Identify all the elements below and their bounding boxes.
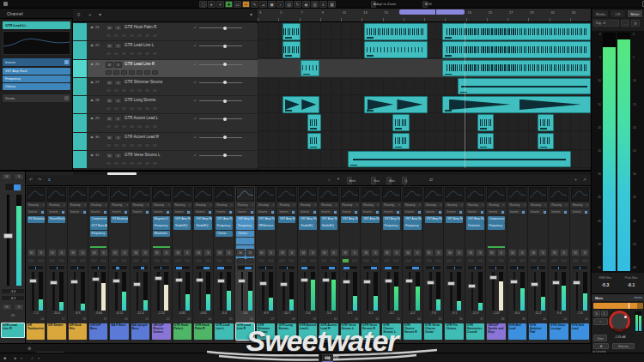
channel-level-value[interactable]: -4.2: [403, 311, 422, 315]
solo-button[interactable]: S: [497, 249, 506, 256]
insert-slot[interactable]: FX Modulator: [111, 216, 128, 223]
routing-header[interactable]: Routing▾: [487, 202, 505, 208]
solo-button[interactable]: S: [114, 62, 122, 68]
track-control-button[interactable]: [113, 33, 119, 38]
mixer-channel[interactable]: Routing▾InsertsMS-6.039SYN Bell Lead: [507, 186, 528, 345]
toolbar-tool-icon[interactable]: ≡: [319, 1, 327, 8]
track-control-button[interactable]: [106, 70, 112, 75]
pan-control[interactable]: [195, 265, 211, 270]
channel-eq-curve[interactable]: [277, 187, 295, 202]
channel-level-value[interactable]: -12.4: [131, 311, 150, 315]
channel-eq-curve[interactable]: [529, 187, 547, 202]
channel-name-label[interactable]: GROUP Bass: [89, 323, 107, 340]
track-filter-icon[interactable]: ▾: [99, 11, 101, 19]
channel-eq-curve[interactable]: [550, 187, 568, 202]
fader-handle[interactable]: [385, 279, 392, 283]
solo-button[interactable]: S: [78, 249, 87, 256]
peak-value[interactable]: -8.9: [1, 295, 25, 301]
monitor-a-button[interactable]: A: [593, 343, 609, 349]
channel-name-label[interactable]: GTR Hook Palm L: [173, 323, 191, 340]
insert-slot[interactable]: VST Amp Rack: [446, 216, 463, 223]
main-level-bar[interactable]: [593, 303, 643, 309]
volume-slider-handle[interactable]: [223, 63, 227, 66]
track-control-button[interactable]: [137, 143, 143, 148]
channel-level-value[interactable]: -6.5: [340, 311, 360, 315]
track-row[interactable]: ◀27MSGTR Shimmer Strums⊿: [73, 78, 258, 96]
channel-level-value[interactable]: -6.51: [109, 311, 129, 315]
volume-slider[interactable]: [199, 45, 242, 46]
pan-control[interactable]: [530, 265, 546, 270]
insert-slot[interactable]: VST Amp Rack: [216, 216, 233, 223]
pan-control[interactable]: [404, 265, 421, 270]
solo-button[interactable]: S: [518, 249, 526, 256]
solo-button[interactable]: S: [114, 135, 122, 141]
mute-button[interactable]: M: [90, 249, 99, 256]
track-control-button[interactable]: [152, 124, 158, 129]
insert-slot[interactable]: Distortion: [466, 223, 483, 230]
audio-event[interactable]: [392, 133, 409, 150]
insert-slot[interactable]: VST Amp Rack: [466, 216, 483, 223]
track-control-button[interactable]: [144, 124, 150, 129]
channel-level-value[interactable]: -4.2: [381, 311, 401, 315]
channel-curve-display[interactable]: [3, 31, 70, 55]
toolbar-tool-icon[interactable]: ▸: [208, 1, 216, 8]
solo-button[interactable]: S: [183, 249, 191, 256]
insert-slot[interactable]: VST Amp Rack: [258, 216, 275, 223]
main-section-header[interactable]: Mainstereo: [592, 293, 644, 301]
mute-button[interactable]: M: [278, 249, 287, 256]
track-control-button[interactable]: [121, 106, 127, 111]
inserts-header[interactable]: Inserts: [277, 209, 295, 215]
volume-slider-handle[interactable]: [223, 45, 227, 48]
audio-event[interactable]: [283, 41, 301, 58]
insert-slot[interactable]: VST Amp Rack: [194, 216, 211, 223]
listen-button[interactable]: [467, 258, 475, 263]
insert-slot[interactable]: Frequency: [236, 223, 253, 230]
fader-handle[interactable]: [280, 282, 288, 287]
inserts-header[interactable]: Inserts: [299, 209, 317, 215]
channel-eq-curve[interactable]: [487, 187, 505, 202]
mute-button[interactable]: M: [258, 249, 266, 256]
listen-button[interactable]: [27, 258, 35, 263]
mute-button[interactable]: M: [131, 249, 140, 256]
insert-slot[interactable]: VST Amp Rack: [341, 216, 358, 223]
mute-button[interactable]: M: [2, 173, 12, 180]
pan-control[interactable]: [509, 265, 526, 270]
edit-channel-button[interactable]: [267, 258, 275, 263]
volume-slider-handle[interactable]: [223, 27, 227, 30]
channel-eq-curve[interactable]: [424, 187, 442, 202]
edit-channel-button[interactable]: [497, 258, 505, 263]
fader-handle[interactable]: [447, 281, 455, 286]
undo-icon[interactable]: ↶: [29, 177, 33, 182]
audio-event[interactable]: [364, 96, 428, 113]
inserts-header[interactable]: Inserts: [466, 209, 484, 215]
solo-button[interactable]: S: [114, 80, 122, 86]
pan-control[interactable]: [467, 265, 483, 270]
channel-name-label[interactable]: DR Stick Hits: [69, 323, 87, 340]
inserts-header[interactable]: Inserts: [257, 209, 275, 215]
toolbar-tool-icon[interactable]: ↻: [294, 1, 301, 8]
tracklist-options-icon[interactable]: ▾: [250, 11, 252, 19]
listen-button[interactable]: [216, 258, 223, 263]
track-row[interactable]: ◀31MSGTR Verse Strums L⊿: [73, 151, 258, 169]
toolbar-tool-icon[interactable]: ♪: [276, 1, 284, 8]
timeline-ruler[interactable]: 3579111315171921232527293133: [258, 9, 591, 22]
add-track-icon[interactable]: +: [88, 11, 92, 19]
pan-control[interactable]: [4, 183, 21, 191]
volume-slider-handle[interactable]: [223, 100, 227, 103]
abs-button[interactable]: Abs: [386, 177, 392, 184]
solo-button[interactable]: S: [114, 116, 122, 122]
mute-button[interactable]: M: [106, 62, 113, 68]
channel-eq-curve[interactable]: [110, 187, 128, 202]
insert-slot[interactable]: Maximizer: [153, 231, 170, 238]
solo-button[interactable]: S: [330, 249, 338, 256]
mute-button[interactable]: M: [571, 249, 580, 256]
insert-slot[interactable]: VST Amp Rack: [278, 216, 295, 223]
listen-button[interactable]: [195, 258, 203, 263]
insert-slot[interactable]: VST Amp Rack: [173, 216, 191, 223]
mute-button[interactable]: M: [2, 304, 12, 311]
cycle-region[interactable]: [399, 9, 465, 15]
edit-channel-button[interactable]: [37, 258, 45, 263]
mute-button[interactable]: M: [466, 249, 475, 256]
solo-button[interactable]: S: [580, 249, 589, 256]
fader-handle[interactable]: [552, 281, 560, 285]
